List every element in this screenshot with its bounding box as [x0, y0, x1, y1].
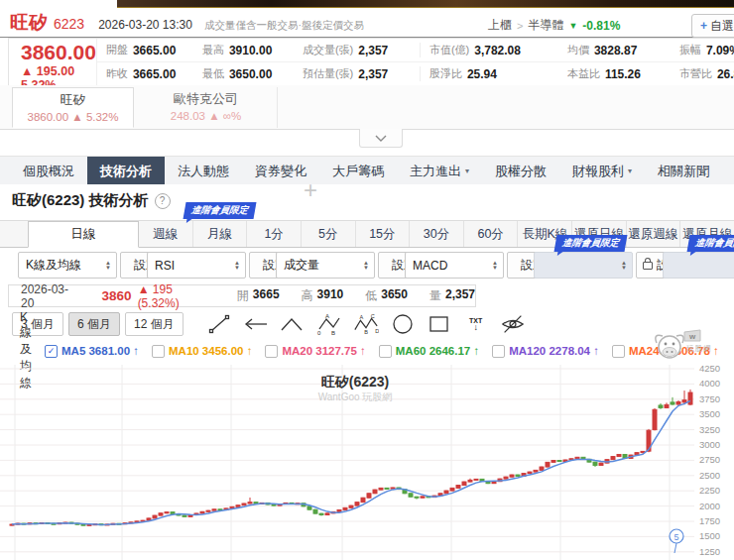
quote-datetime: 2026-03-20 13:30: [98, 18, 192, 32]
down-arrow-icon: ▼: [568, 21, 577, 31]
ellipse-tool-icon[interactable]: [390, 312, 416, 336]
period-tab-月線[interactable]: 月線: [192, 221, 247, 247]
stat-label: 成交量(張): [303, 43, 353, 57]
stock-code: 6223: [54, 16, 84, 32]
indicator-select[interactable]: RSI▲▼: [147, 252, 246, 279]
period-tab-1分[interactable]: 1分: [246, 221, 301, 247]
page-title: 旺矽(6223) 技術分析: [12, 191, 149, 210]
ma-legend-item: MA10 3456.00 ↑: [152, 345, 252, 358]
nav-item-個股概況[interactable]: 個股概況: [10, 157, 87, 184]
nav-item-財報股利[interactable]: 財報股利▾: [559, 157, 645, 184]
stat-label: 振幅: [679, 43, 701, 57]
candlestick-chart[interactable]: 4250400037503500325030002750250022502000…: [0, 365, 734, 560]
nav-item-法人動態[interactable]: 法人動態: [165, 157, 242, 184]
nav-item-相關新聞[interactable]: 相關新聞: [645, 157, 722, 184]
indicator-select[interactable]: ▲▼: [534, 252, 633, 279]
select-arrows-icon: ▲▼: [105, 261, 111, 271]
arrow-tool-icon[interactable]: [243, 312, 269, 336]
stat-cell: 市值(億)3,782.08: [420, 43, 558, 57]
nav-item-技術分析[interactable]: 技術分析: [87, 157, 165, 184]
stock-tab[interactable]: 歐特克公司 248.03 ▲ ∞%: [135, 87, 278, 128]
legend-items: ✓MA5 3681.00 ↑MA10 3456.00 ↑MA20 3127.75…: [32, 345, 719, 358]
plus-icon: +: [700, 19, 707, 33]
period-tab-60分[interactable]: 60分: [463, 221, 518, 247]
lock-icon: [643, 262, 653, 270]
nav-item-主力進出[interactable]: 主力進出▾: [397, 157, 482, 184]
abcd-pattern-tool-icon[interactable]: ABCD: [353, 312, 379, 336]
ma-checkbox[interactable]: [152, 345, 165, 358]
hide-drawings-icon[interactable]: [500, 312, 526, 336]
stat-label: 市值(億): [429, 43, 469, 57]
ohlc-info-bar: 2026-03-20 3860 ▲ 195 (5.32%) 開3665高3910…: [8, 284, 476, 307]
tab-stock-name: 歐特克公司: [135, 90, 277, 108]
breadcrumb-separator: >: [517, 20, 523, 32]
stat-cell: 最低3650.00: [193, 66, 294, 81]
nav-item-資券變化[interactable]: 資券變化: [242, 157, 319, 184]
ma-legend: K線及均線 ✓MA5 3681.00 ↑MA10 3456.00 ↑MA20 3…: [0, 341, 655, 361]
period-tab-週線[interactable]: 週線: [139, 221, 192, 247]
watchlist-label: 自選股: [710, 18, 734, 35]
abc-pattern-tool-icon[interactable]: A0B: [316, 312, 342, 336]
ma-checkbox[interactable]: [265, 345, 278, 358]
stats-row: 昨收3665.00最低3650.00預估量(張)2,357股淨比25.94本益比…: [97, 62, 734, 85]
header: 旺矽 6223 2026-03-20 13:30 成交量僅含一般交易·盤後定價交…: [0, 8, 734, 38]
nav-item-股權分散[interactable]: 股權分散: [482, 157, 559, 184]
tabs-collapse-button[interactable]: [359, 129, 403, 148]
ma-checkbox[interactable]: [379, 345, 392, 358]
range-button-6個月[interactable]: 6 個月: [68, 312, 120, 336]
ohlc-pair: 量2,357: [429, 287, 475, 304]
stat-cell: 昨收3665.00: [97, 66, 193, 81]
stat-value: 3828.87: [594, 44, 637, 57]
svg-text:B: B: [331, 330, 335, 336]
ma-checkbox[interactable]: [492, 345, 505, 358]
ad-banner-strip: [117, 0, 734, 8]
add-watchlist-button[interactable]: + 自選股: [691, 14, 734, 38]
ohlc-pair: 高3910: [302, 287, 344, 304]
stock-tab-active[interactable]: 旺矽 3860.00 ▲ 5.32%: [12, 87, 134, 128]
text-tool-icon[interactable]: TXT↓: [463, 312, 489, 336]
stat-label: 昨收: [106, 66, 128, 81]
help-icon[interactable]: ?: [155, 193, 171, 209]
zigzag-tool-icon[interactable]: [280, 312, 306, 336]
trend-line-tool-icon[interactable]: [206, 312, 232, 336]
stat-value: 25.94: [467, 67, 497, 81]
stat-value: 2,357: [358, 67, 388, 81]
range-button-12個月[interactable]: 12 個月: [125, 312, 184, 336]
svg-text:3000: 3000: [699, 439, 720, 450]
ma-checkbox[interactable]: [612, 345, 625, 358]
stat-cell: 開盤3665.00: [97, 43, 193, 57]
indicator-group: ▲▼設定: [663, 252, 734, 279]
period-tab-5分[interactable]: 5分: [301, 221, 355, 247]
indicator-select[interactable]: ▲▼: [663, 252, 734, 279]
indicator-select[interactable]: MACD▲▼: [405, 252, 504, 279]
period-tab-日線[interactable]: 日線: [28, 221, 139, 248]
breadcrumb-sector[interactable]: 半導體: [528, 17, 563, 34]
select-arrows-icon: ▲▼: [621, 261, 627, 271]
ma-legend-item: MA20 3127.75 ↑: [265, 345, 365, 358]
indicator-select[interactable]: K線及均線▲▼: [18, 252, 117, 279]
svg-text:0: 0: [317, 330, 321, 336]
period-tab-15分[interactable]: 15分: [355, 221, 410, 247]
ma-checkbox[interactable]: ✓: [45, 345, 58, 358]
nav-item-大戶籌碼[interactable]: 大戶籌碼: [319, 157, 397, 184]
indicator-select[interactable]: 成交量▲▼: [276, 252, 375, 279]
ma-legend-item: ✓MA5 3681.00 ↑: [45, 345, 139, 358]
svg-text:4000: 4000: [699, 378, 720, 389]
stock-name: 旺矽: [10, 10, 48, 36]
info-pairs: 開3665高3910低3650量2,357: [215, 287, 475, 304]
stat-label: 均價: [567, 43, 589, 57]
svg-text:w: w: [688, 332, 696, 341]
ma-legend-item: MA120 2278.04 ↑: [492, 345, 599, 358]
period-tab-30分[interactable]: 30分: [409, 221, 463, 247]
ma-legend-item: MA60 2646.17 ↑: [379, 345, 479, 358]
select-arrows-icon: ▲▼: [492, 261, 498, 271]
breadcrumb-market[interactable]: 上櫃: [488, 17, 512, 34]
svg-text:2500: 2500: [699, 470, 720, 481]
stat-cell: 最高3910.00: [193, 43, 294, 57]
drawing-tools: A0B ABCD TXT↓: [206, 312, 526, 336]
ma5-tag: 5: [670, 529, 683, 553]
period-tab-還原週線[interactable]: 還原週線: [626, 221, 680, 247]
last-price: 3860.00: [21, 41, 96, 64]
price-block: 3860.00 ▲ 195.00 5.32%: [9, 39, 97, 85]
rectangle-tool-icon[interactable]: [427, 312, 452, 336]
